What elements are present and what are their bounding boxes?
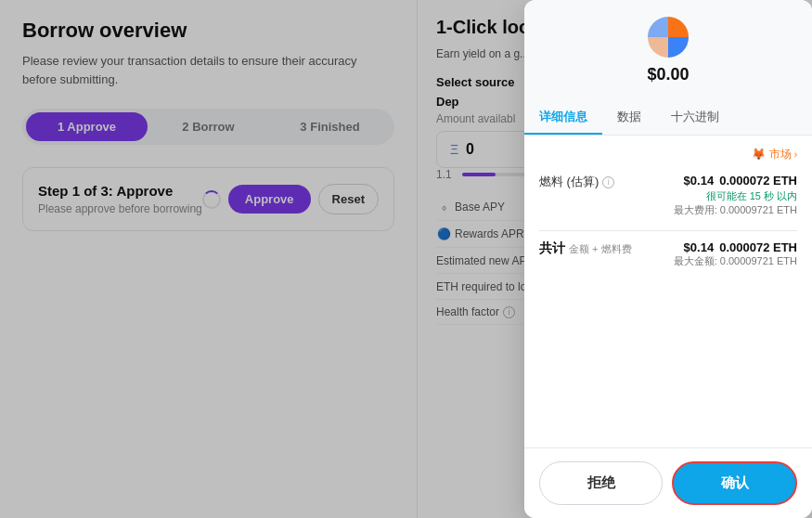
market-row: 🦊 市场 › — [539, 147, 797, 162]
gas-max-fee-label: 最大费用: — [674, 204, 717, 215]
tab-hex[interactable]: 十六进制 — [656, 99, 734, 135]
gas-usd: $0.14 — [684, 174, 715, 188]
total-row: 共计 金额 + 燃料费 $0.14 0.000072 ETH 最大金额: 0.0… — [539, 240, 797, 268]
confirm-button[interactable]: 确认 — [672, 461, 797, 505]
total-label: 共计 — [539, 240, 565, 257]
gas-label-text: 燃料 (估算) — [539, 174, 599, 190]
mm-header: $0.00 — [524, 0, 812, 99]
mm-amount: $0.00 — [647, 65, 689, 84]
gas-eth: 0.000072 ETH — [719, 174, 797, 188]
total-sublabel: 金额 + 燃料费 — [569, 242, 632, 256]
total-max-value: 0.00009721 ETH — [720, 255, 797, 266]
total-label-col: 共计 金额 + 燃料费 — [539, 240, 632, 257]
overlay: $0.00 详细信息 数据 十六进制 🦊 市场 › 燃料 (估算) — [0, 0, 812, 518]
gas-info-icon[interactable]: i — [602, 176, 614, 188]
mm-tabs: 详细信息 数据 十六进制 — [524, 99, 812, 136]
gas-max-fee-value: 0.00009721 ETH — [720, 204, 797, 215]
gas-label: 燃料 (估算) i — [539, 174, 614, 190]
gas-time-estimate: 很可能在 15 秒 以内 — [674, 189, 797, 203]
gas-max-fee: 最大费用: 0.00009721 ETH — [674, 203, 797, 217]
gas-values: $0.14 0.000072 ETH 很可能在 15 秒 以内 最大费用: 0.… — [674, 174, 797, 217]
reject-button[interactable]: 拒绝 — [539, 461, 663, 505]
tab-data[interactable]: 数据 — [602, 99, 656, 135]
mm-buttons: 拒绝 确认 — [524, 447, 812, 518]
total-section: 共计 金额 + 燃料费 $0.14 0.000072 ETH 最大金额: 0.0… — [539, 240, 797, 268]
total-max-label: 最大金额: — [674, 255, 717, 266]
total-max: 最大金额: 0.00009721 ETH — [674, 254, 797, 268]
gas-section: 燃料 (估算) i $0.14 0.000072 ETH 很可能在 15 秒 以… — [539, 174, 797, 217]
tab-detail[interactable]: 详细信息 — [524, 99, 602, 135]
mm-body: 🦊 市场 › 燃料 (估算) i $0.14 0.000072 ETH — [524, 136, 812, 292]
market-arrow-icon: › — [794, 149, 797, 160]
metamask-popup: $0.00 详细信息 数据 十六进制 🦊 市场 › 燃料 (估算) — [524, 0, 812, 518]
pie-chart-icon — [646, 15, 690, 59]
gas-row: 燃料 (估算) i $0.14 0.000072 ETH 很可能在 15 秒 以… — [539, 174, 797, 217]
mm-divider — [539, 230, 797, 231]
total-eth: 0.000072 ETH — [719, 240, 797, 254]
total-usd: $0.14 — [684, 240, 715, 254]
market-label[interactable]: 🦊 市场 › — [752, 147, 797, 162]
total-values: $0.14 0.000072 ETH 最大金额: 0.00009721 ETH — [674, 240, 797, 268]
